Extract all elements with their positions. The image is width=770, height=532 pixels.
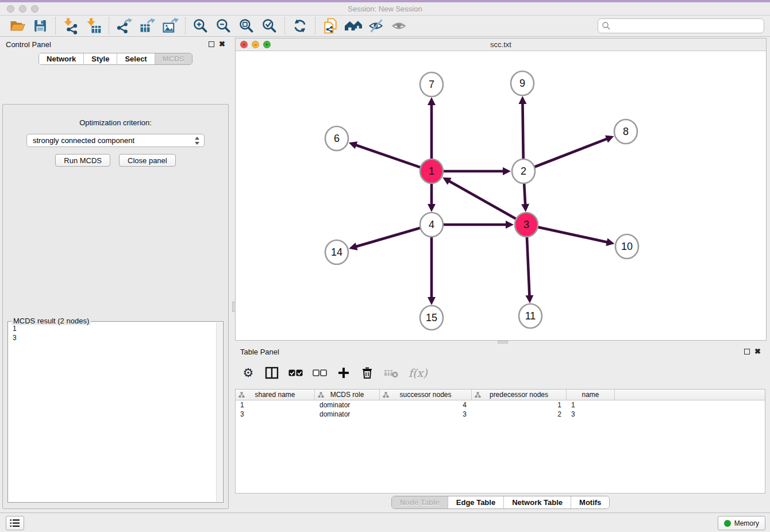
column-header-shared-name[interactable]: shared name xyxy=(236,390,315,400)
network-minimize-button[interactable]: − xyxy=(252,41,259,48)
export-network-icon[interactable] xyxy=(113,17,136,35)
import-table-icon[interactable] xyxy=(82,17,105,35)
home-layout-icon[interactable] xyxy=(342,17,365,35)
tab-node-table[interactable]: Node Table xyxy=(392,496,448,508)
float-panel-icon[interactable] xyxy=(744,349,750,354)
criterion-dropdown[interactable]: strongly connected component xyxy=(26,134,205,147)
column-header-successor-nodes[interactable]: successor nodes xyxy=(380,390,472,400)
column-header-name[interactable]: name xyxy=(567,390,615,400)
mcds-result-group: MCDS result (2 nodes) 1 3 xyxy=(7,321,224,503)
close-panel-icon[interactable]: ✖ xyxy=(219,41,225,47)
table-options-icon[interactable]: ⚙ xyxy=(241,367,255,379)
graph-edge-2-3[interactable] xyxy=(524,182,525,206)
tab-mcds[interactable]: MCDS xyxy=(155,53,192,64)
table-row[interactable]: 3dominator323 xyxy=(236,410,765,419)
table-cell[interactable]: 3 xyxy=(567,410,615,419)
graph-edge-arrow xyxy=(606,238,614,246)
table-cell[interactable]: dominator xyxy=(315,410,380,419)
search-input[interactable] xyxy=(598,18,764,33)
status-bar: Memory xyxy=(0,512,770,532)
graph-edge-4-14[interactable] xyxy=(355,228,422,247)
graph-edge-arrow xyxy=(349,242,357,250)
network-canvas[interactable]: 7968124314101511 xyxy=(236,51,766,340)
table-cell[interactable]: 4 xyxy=(380,400,472,410)
graph-node-label: 2 xyxy=(521,165,526,177)
tab-style[interactable]: Style xyxy=(83,53,117,64)
import-network-icon[interactable] xyxy=(59,17,82,35)
task-history-button[interactable] xyxy=(6,516,24,530)
memory-status-icon xyxy=(724,520,731,527)
graph-edge-2-8[interactable] xyxy=(533,138,608,168)
close-panel-icon[interactable]: ✖ xyxy=(754,349,761,354)
column-header-MCDS-role[interactable]: MCDS role xyxy=(315,390,380,400)
graph-edge-3-11[interactable] xyxy=(527,235,530,297)
table-cell[interactable]: 1 xyxy=(472,400,567,410)
memory-button[interactable]: Memory xyxy=(718,516,765,530)
table-cell[interactable]: dominator xyxy=(315,400,380,410)
hide-selected-icon[interactable] xyxy=(365,17,388,35)
clone-network-icon[interactable] xyxy=(319,17,342,35)
main-toolbar xyxy=(0,16,770,37)
table-panel-titlebar: Table Panel ✖ xyxy=(231,344,770,359)
save-session-icon[interactable] xyxy=(29,17,52,35)
table-tabs-row: Node TableEdge TableNetwork TableMotifs xyxy=(231,496,770,512)
tab-motifs[interactable]: Motifs xyxy=(571,496,609,508)
deselect-all-rows-icon[interactable] xyxy=(313,369,327,377)
delete-columns-icon[interactable] xyxy=(360,367,374,379)
criterion-dropdown-value: strongly connected component xyxy=(33,136,134,145)
result-scrollbar[interactable] xyxy=(216,322,222,502)
graph-node-label: 9 xyxy=(519,78,525,89)
run-mcds-button[interactable]: Run MCDS xyxy=(55,154,110,167)
node-table: shared nameMCDS rolesuccessor nodesprede… xyxy=(235,389,765,494)
column-visibility-icon[interactable] xyxy=(265,367,279,379)
float-panel-icon[interactable] xyxy=(209,41,214,47)
graph-edge-arrow xyxy=(518,96,526,104)
table-cell[interactable]: 3 xyxy=(380,410,472,419)
graph-edge-arrow xyxy=(506,221,514,229)
tab-network-table[interactable]: Network Table xyxy=(503,496,571,508)
graph-edge-arrow xyxy=(521,204,529,212)
column-header-predecessor-nodes[interactable]: predecessor nodes xyxy=(472,390,567,400)
export-image-icon[interactable] xyxy=(159,17,182,35)
table-cell[interactable]: 3 xyxy=(236,410,315,419)
graph-node-label: 15 xyxy=(426,312,437,323)
network-maximize-button[interactable]: + xyxy=(263,41,271,48)
pane-divider-handle[interactable] xyxy=(498,341,508,344)
tab-select[interactable]: Select xyxy=(117,53,154,64)
window-titlebar: Session: New Session xyxy=(0,0,770,16)
graph-edge-arrow xyxy=(428,297,436,305)
table-cell[interactable]: 2 xyxy=(472,410,567,419)
pane-divider-handle[interactable] xyxy=(232,302,236,312)
tab-network[interactable]: Network xyxy=(39,53,83,64)
show-all-icon[interactable] xyxy=(388,17,411,35)
close-panel-button[interactable]: Close panel xyxy=(119,154,176,167)
control-panel-titlebar: Control Panel ✖ xyxy=(0,37,231,52)
search-icon xyxy=(602,21,611,30)
right-area: × − + scc.txt 7968124314101511 Table Pan… xyxy=(231,37,770,512)
graph-edge-arrow xyxy=(428,204,436,212)
graph-node-label: 1 xyxy=(429,165,434,177)
graph-edge-1-6[interactable] xyxy=(355,145,422,168)
add-column-icon[interactable] xyxy=(337,367,351,379)
graph-edge-2-9[interactable] xyxy=(522,102,523,161)
tab-edge-table[interactable]: Edge Table xyxy=(448,496,503,508)
export-table-icon[interactable] xyxy=(136,17,159,35)
table-cell[interactable]: 1 xyxy=(567,400,615,410)
graph-node-label: 10 xyxy=(621,241,633,252)
refresh-view-icon[interactable] xyxy=(288,17,311,35)
zoom-selected-icon[interactable] xyxy=(258,17,281,35)
graph-edge-arrow xyxy=(503,167,511,175)
table-cell[interactable]: 1 xyxy=(236,400,315,410)
graph-edge-arrow xyxy=(525,295,533,303)
table-row[interactable]: 1dominator411 xyxy=(236,400,765,410)
zoom-in-icon[interactable] xyxy=(189,17,212,35)
zoom-fit-icon[interactable] xyxy=(235,17,258,35)
select-all-rows-icon[interactable] xyxy=(288,369,303,377)
graph-edge-3-10[interactable] xyxy=(537,227,609,242)
open-session-icon[interactable] xyxy=(6,17,29,35)
zoom-out-icon[interactable] xyxy=(212,17,235,35)
graph-edge-arrow xyxy=(349,141,358,149)
graph-edge-3-1[interactable] xyxy=(448,180,518,219)
toolbar-separator xyxy=(109,17,109,34)
network-close-button[interactable]: × xyxy=(240,41,248,48)
